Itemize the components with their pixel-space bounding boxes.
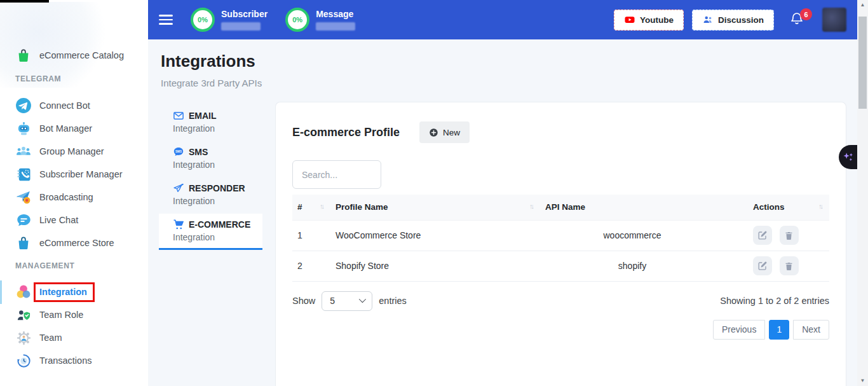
scrollbar-thumb[interactable] <box>858 17 867 109</box>
new-button-label: New <box>443 128 460 137</box>
chevron-down-icon <box>359 295 366 302</box>
sidebar-item-team-role[interactable]: Team Role <box>0 303 148 326</box>
shopping-cart-icon <box>173 219 184 230</box>
delete-button[interactable] <box>780 256 799 275</box>
sidebar-item-integration[interactable]: Integration <box>0 280 148 303</box>
edit-button[interactable] <box>753 226 772 245</box>
hamburger-menu-icon[interactable] <box>159 12 173 27</box>
showing-entries-text: Showing 1 to 2 of 2 entries <box>720 296 829 306</box>
subnav-item-title: E-COMMERCE <box>189 219 250 230</box>
youtube-icon <box>624 14 635 25</box>
user-group-icon <box>15 143 32 160</box>
sidebar-section-management: MANAGEMENT <box>15 261 74 270</box>
youtube-button[interactable]: Youtube <box>614 10 684 31</box>
sidebar-item-label: Integration <box>39 287 87 297</box>
row-profile-name: WooCommerce Store <box>330 220 540 251</box>
subnav-item-subtitle: Integration <box>173 232 262 242</box>
subscriber-stat: 0% Subscriber <box>191 8 268 32</box>
telegram-plane-icon <box>15 97 32 114</box>
subscriber-stat-label: Subscriber <box>221 9 268 19</box>
plus-circle-icon <box>429 128 438 137</box>
sidebar-item-team[interactable]: Team <box>0 326 148 349</box>
card-heading: E-commerce Profile <box>292 126 400 139</box>
subnav-item-ecommerce[interactable]: E-COMMERCE Integration <box>159 214 262 250</box>
sidebar-item-label: Team Role <box>39 310 83 320</box>
sidebar-item-connect-bot[interactable]: Connect Bot <box>0 94 148 117</box>
row-api-name: shopify <box>540 251 724 281</box>
active-item-indicator <box>0 280 2 304</box>
trash-icon <box>784 261 794 271</box>
sidebar-item-label: Connect Bot <box>39 100 90 111</box>
previous-page-button[interactable]: Previous <box>713 320 765 340</box>
sidebar-item-label: Broadcasting <box>39 192 93 202</box>
contact-book-phone-icon <box>15 166 32 183</box>
sidebar-item-label: eCommerce Catalog <box>39 50 124 60</box>
edit-pencil-icon <box>757 230 768 240</box>
broadcast-plane-icon <box>15 189 32 205</box>
sidebar-item-subscriber-manager[interactable]: Subscriber Manager <box>0 163 148 186</box>
show-label: Show <box>292 296 315 306</box>
discussion-button-label: Discussion <box>718 15 764 25</box>
page-title: Integrations <box>161 52 255 71</box>
svg-text:SMS: SMS <box>175 150 182 153</box>
subnav-item-email[interactable]: EMAIL Integration <box>159 105 262 141</box>
row-api-name: woocommerce <box>540 220 724 251</box>
next-page-button[interactable]: Next <box>793 320 829 340</box>
subscriber-blurred-value <box>221 22 261 31</box>
new-profile-button[interactable]: New <box>419 121 470 143</box>
notification-count-badge: 6 <box>800 8 812 20</box>
sidebar-item-label: Live Chat <box>39 215 78 225</box>
pagination: Previous 1 Next <box>292 320 829 340</box>
subnav-item-title: RESPONDER <box>189 183 245 193</box>
sidebar-item-label: Team <box>39 333 62 343</box>
column-header-profile-name[interactable]: Profile Name <box>330 195 540 220</box>
ecommerce-profile-card: E-commerce Profile New # Profile Name AP… <box>275 102 846 386</box>
profiles-table: # Profile Name API Name Actions 1 WooCom… <box>292 195 829 282</box>
sidebar-item-transactions[interactable]: Transactions <box>0 349 148 372</box>
edit-button[interactable] <box>753 256 772 275</box>
entries-label: entries <box>379 296 407 306</box>
avatar[interactable] <box>822 8 846 32</box>
notifications-button[interactable]: 6 <box>789 11 804 29</box>
sidebar-item-live-chat[interactable]: Live Chat <box>0 209 148 231</box>
sidebar-item-label: Bot Manager <box>39 123 92 134</box>
integration-subnav: EMAIL Integration SMS SMS Integration RE… <box>159 105 262 250</box>
row-num: 1 <box>292 220 330 251</box>
shopping-bag-green-icon <box>15 47 32 64</box>
discussion-button[interactable]: Discussion <box>692 10 774 31</box>
delete-button[interactable] <box>780 226 799 245</box>
color-circles-icon <box>15 284 32 300</box>
sms-bubble-icon: SMS <box>173 146 184 158</box>
sidebar-item-bot-manager[interactable]: Bot Manager <box>0 117 148 140</box>
user-shield-icon <box>15 307 32 323</box>
search-input[interactable] <box>292 160 381 189</box>
sidebar: eCommerce Catalog TELEGRAM Connect Bot B… <box>0 0 148 386</box>
page-size-select[interactable]: 5 <box>322 291 372 311</box>
subnav-item-sms[interactable]: SMS SMS Integration <box>159 141 262 177</box>
page-1-button[interactable]: 1 <box>769 320 789 340</box>
column-header-api-name[interactable]: API Name <box>540 195 724 220</box>
sidebar-item-label: Subscriber Manager <box>39 169 123 179</box>
sidebar-item-group-manager[interactable]: Group Manager <box>0 140 148 163</box>
edit-pencil-icon <box>757 261 768 271</box>
scroll-up-arrow-icon[interactable]: ▲ <box>857 1 868 10</box>
subnav-item-title: SMS <box>189 147 208 157</box>
row-profile-name: Shopify Store <box>330 251 540 281</box>
scroll-down-arrow-icon[interactable]: ▼ <box>857 376 868 385</box>
scrollbar[interactable]: ▲ ▼ <box>857 0 868 386</box>
message-progress-circle: 0% <box>285 8 309 32</box>
subnav-item-responder[interactable]: RESPONDER Integration <box>159 177 262 214</box>
discussion-people-icon <box>702 14 714 25</box>
column-header-actions[interactable]: Actions <box>724 195 829 220</box>
trash-icon <box>784 231 794 240</box>
column-header-num[interactable]: # <box>292 195 330 220</box>
sidebar-item-broadcasting[interactable]: Broadcasting <box>0 186 148 209</box>
sidebar-item-ecommerce-store[interactable]: eCommerce Store <box>0 231 148 254</box>
page-size-value: 5 <box>330 296 335 306</box>
gear-user-icon <box>15 329 32 346</box>
history-clock-icon <box>15 352 32 369</box>
main-content: Integrations Integrate 3rd Party APIs EM… <box>148 39 857 386</box>
sidebar-item-ecommerce-catalog[interactable]: eCommerce Catalog <box>0 44 148 67</box>
sidebar-item-label: Transactions <box>39 355 92 366</box>
top-black-bar <box>0 0 49 3</box>
